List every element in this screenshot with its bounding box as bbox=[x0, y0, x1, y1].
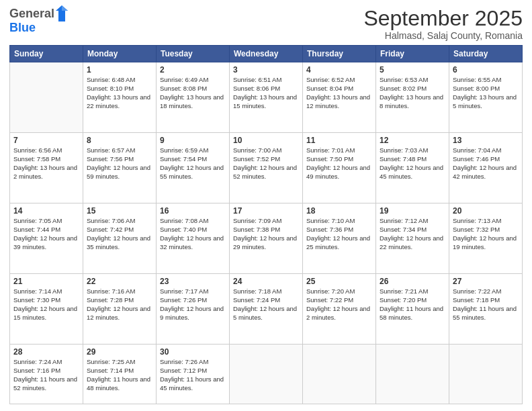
day-number: 13 bbox=[453, 136, 519, 145]
sunset-text: Sunset: 8:00 PM bbox=[453, 85, 500, 92]
day-number: 3 bbox=[233, 65, 299, 75]
sunrise-text: Sunrise: 7:01 AM bbox=[306, 146, 355, 154]
logo-general: General bbox=[9, 7, 54, 21]
day-number: 15 bbox=[87, 206, 152, 216]
daylight-text: Daylight: 13 hours and 22 minutes. bbox=[87, 93, 150, 109]
daylight-text: Daylight: 11 hours and 58 minutes. bbox=[380, 305, 443, 321]
sunset-text: Sunset: 7:20 PM bbox=[380, 296, 427, 304]
weekday-header-row: Sunday Monday Tuesday Wednesday Thursday… bbox=[10, 46, 523, 62]
sunset-text: Sunset: 8:04 PM bbox=[306, 85, 353, 92]
header-sunday: Sunday bbox=[10, 46, 83, 62]
sunset-text: Sunset: 7:52 PM bbox=[233, 155, 280, 163]
logo-blue: Blue bbox=[9, 21, 68, 35]
sunset-text: Sunset: 7:58 PM bbox=[13, 155, 60, 163]
sunrise-text: Sunrise: 6:49 AM bbox=[160, 76, 208, 83]
calendar-week-3: 21Sunrise: 7:14 AMSunset: 7:30 PMDayligh… bbox=[10, 274, 523, 345]
day-number: 28 bbox=[13, 347, 79, 357]
day-info: Sunrise: 7:26 AMSunset: 7:12 PMDaylight:… bbox=[160, 358, 226, 392]
daylight-text: Daylight: 12 hours and 2 minutes. bbox=[306, 305, 370, 321]
sunset-text: Sunset: 7:54 PM bbox=[160, 155, 207, 163]
day-info: Sunrise: 7:17 AMSunset: 7:26 PMDaylight:… bbox=[160, 287, 226, 322]
table-row: 15Sunrise: 7:06 AMSunset: 7:42 PMDayligh… bbox=[83, 203, 157, 274]
day-info: Sunrise: 6:59 AMSunset: 7:54 PMDaylight:… bbox=[160, 146, 226, 181]
day-info: Sunrise: 6:56 AMSunset: 7:58 PMDaylight:… bbox=[13, 146, 79, 181]
day-info: Sunrise: 6:53 AMSunset: 8:02 PMDaylight:… bbox=[380, 76, 445, 110]
day-info: Sunrise: 7:01 AMSunset: 7:50 PMDaylight:… bbox=[306, 146, 372, 181]
daylight-text: Daylight: 13 hours and 15 minutes. bbox=[233, 93, 297, 109]
sunrise-text: Sunrise: 6:52 AM bbox=[306, 76, 355, 83]
day-number: 18 bbox=[306, 206, 372, 216]
daylight-text: Daylight: 13 hours and 18 minutes. bbox=[160, 93, 224, 109]
table-row bbox=[449, 345, 523, 404]
table-row: 14Sunrise: 7:05 AMSunset: 7:44 PMDayligh… bbox=[10, 203, 83, 274]
day-number: 7 bbox=[13, 136, 79, 145]
day-info: Sunrise: 6:55 AMSunset: 8:00 PMDaylight:… bbox=[453, 76, 519, 110]
day-number: 9 bbox=[160, 136, 226, 145]
day-info: Sunrise: 7:06 AMSunset: 7:42 PMDaylight:… bbox=[87, 217, 152, 251]
day-number: 12 bbox=[380, 136, 445, 145]
sunrise-text: Sunrise: 6:53 AM bbox=[380, 76, 428, 83]
calendar-week-2: 14Sunrise: 7:05 AMSunset: 7:44 PMDayligh… bbox=[10, 203, 523, 274]
day-number: 11 bbox=[306, 136, 372, 145]
daylight-text: Daylight: 12 hours and 22 minutes. bbox=[380, 234, 443, 250]
sunrise-text: Sunrise: 7:13 AM bbox=[453, 217, 501, 224]
sunrise-text: Sunrise: 6:51 AM bbox=[233, 76, 281, 83]
sunrise-text: Sunrise: 7:08 AM bbox=[160, 217, 208, 224]
daylight-text: Daylight: 13 hours and 12 minutes. bbox=[306, 93, 370, 109]
sunset-text: Sunset: 7:36 PM bbox=[306, 226, 353, 233]
table-row: 24Sunrise: 7:18 AMSunset: 7:24 PMDayligh… bbox=[230, 274, 303, 345]
day-number: 19 bbox=[380, 206, 445, 216]
table-row: 10Sunrise: 7:00 AMSunset: 7:52 PMDayligh… bbox=[230, 133, 303, 203]
table-row: 30Sunrise: 7:26 AMSunset: 7:12 PMDayligh… bbox=[157, 345, 230, 404]
sunset-text: Sunset: 7:44 PM bbox=[13, 226, 60, 233]
day-number: 22 bbox=[87, 277, 152, 286]
daylight-text: Daylight: 12 hours and 49 minutes. bbox=[306, 164, 370, 180]
daylight-text: Daylight: 12 hours and 35 minutes. bbox=[87, 234, 150, 250]
day-info: Sunrise: 6:52 AMSunset: 8:04 PMDaylight:… bbox=[306, 76, 372, 110]
table-row: 2Sunrise: 6:49 AMSunset: 8:08 PMDaylight… bbox=[157, 62, 230, 133]
sunset-text: Sunset: 7:30 PM bbox=[13, 296, 60, 304]
sunrise-text: Sunrise: 7:20 AM bbox=[306, 287, 355, 295]
day-number: 21 bbox=[13, 277, 79, 286]
table-row: 9Sunrise: 6:59 AMSunset: 7:54 PMDaylight… bbox=[157, 133, 230, 203]
month-title: September 2025 bbox=[363, 7, 523, 30]
sunrise-text: Sunrise: 7:21 AM bbox=[380, 287, 428, 295]
header-friday: Friday bbox=[376, 46, 449, 62]
sunrise-text: Sunrise: 7:17 AM bbox=[160, 287, 208, 295]
day-info: Sunrise: 7:04 AMSunset: 7:46 PMDaylight:… bbox=[453, 146, 519, 181]
header: General Blue September 2025 Halmasd, Sal… bbox=[9, 7, 523, 41]
sunset-text: Sunset: 7:56 PM bbox=[87, 155, 134, 163]
daylight-text: Daylight: 12 hours and 52 minutes. bbox=[233, 164, 297, 180]
sunset-text: Sunset: 7:48 PM bbox=[380, 155, 427, 163]
table-row: 23Sunrise: 7:17 AMSunset: 7:26 PMDayligh… bbox=[157, 274, 230, 345]
day-info: Sunrise: 7:05 AMSunset: 7:44 PMDaylight:… bbox=[13, 217, 79, 251]
table-row: 26Sunrise: 7:21 AMSunset: 7:20 PMDayligh… bbox=[376, 274, 449, 345]
page: General Blue September 2025 Halmasd, Sal… bbox=[0, 0, 532, 411]
location-title: Halmasd, Salaj County, Romania bbox=[363, 30, 523, 41]
day-info: Sunrise: 7:12 AMSunset: 7:34 PMDaylight:… bbox=[380, 217, 445, 251]
day-info: Sunrise: 7:18 AMSunset: 7:24 PMDaylight:… bbox=[233, 287, 299, 322]
header-thursday: Thursday bbox=[303, 46, 376, 62]
day-number: 6 bbox=[453, 65, 519, 75]
daylight-text: Daylight: 12 hours and 55 minutes. bbox=[160, 164, 224, 180]
sunset-text: Sunset: 7:14 PM bbox=[87, 367, 134, 374]
day-info: Sunrise: 7:21 AMSunset: 7:20 PMDaylight:… bbox=[380, 287, 445, 322]
sunset-text: Sunset: 7:24 PM bbox=[233, 296, 280, 304]
sunrise-text: Sunrise: 7:10 AM bbox=[306, 217, 355, 224]
sunset-text: Sunset: 7:12 PM bbox=[160, 367, 207, 374]
day-number: 25 bbox=[306, 277, 372, 286]
daylight-text: Daylight: 12 hours and 42 minutes. bbox=[453, 164, 517, 180]
table-row: 18Sunrise: 7:10 AMSunset: 7:36 PMDayligh… bbox=[303, 203, 376, 274]
table-row: 12Sunrise: 7:03 AMSunset: 7:48 PMDayligh… bbox=[376, 133, 449, 203]
sunrise-text: Sunrise: 7:03 AM bbox=[380, 146, 428, 154]
sunrise-text: Sunrise: 7:22 AM bbox=[453, 287, 501, 295]
day-number: 2 bbox=[160, 65, 226, 75]
day-number: 20 bbox=[453, 206, 519, 216]
day-number: 5 bbox=[380, 65, 445, 75]
daylight-text: Daylight: 12 hours and 45 minutes. bbox=[380, 164, 443, 180]
daylight-text: Daylight: 11 hours and 48 minutes. bbox=[87, 375, 150, 392]
table-row: 13Sunrise: 7:04 AMSunset: 7:46 PMDayligh… bbox=[449, 133, 523, 203]
table-row bbox=[376, 345, 449, 404]
logo-icon bbox=[56, 5, 68, 21]
sunset-text: Sunset: 8:10 PM bbox=[87, 85, 134, 92]
